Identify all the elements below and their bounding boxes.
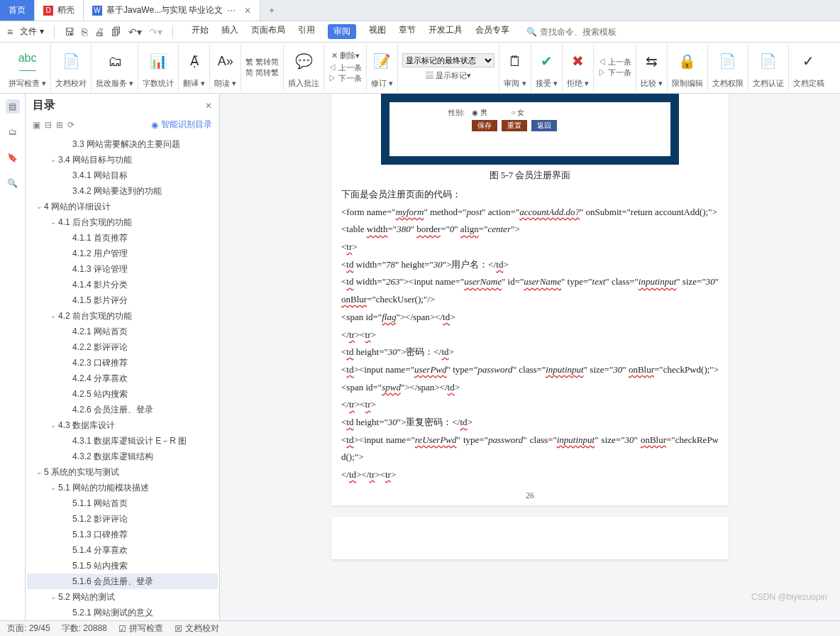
redo-icon[interactable]: ↷▾	[149, 26, 162, 38]
thumbnail-button[interactable]: 🗂	[6, 125, 20, 139]
translate-button[interactable]: Ạ̃翻译 ▾	[179, 44, 210, 92]
collapse-all-icon[interactable]: ▣	[33, 120, 40, 130]
proofread-toggle[interactable]: ☒ 文档校对	[175, 623, 219, 635]
revise-button[interactable]: 📝修订 ▾	[367, 44, 398, 92]
prev-comment-button[interactable]: ◁ 上一条	[328, 62, 362, 73]
save-icon[interactable]: 🖫	[65, 26, 74, 38]
export-icon[interactable]: ⎘	[82, 26, 87, 38]
print-icon[interactable]: 🖨	[94, 26, 104, 38]
outline-node[interactable]: 4.2.4 分享喜欢	[27, 371, 218, 386]
tab-document[interactable]: W 基于JavaWe...与实现 毕业论文 ⋯ ✕	[84, 0, 260, 21]
chevron-down-icon[interactable]: ⌄	[48, 309, 58, 322]
insertcomment-button[interactable]: 💬插入批注	[284, 44, 324, 92]
bookmark-button[interactable]: 🔖	[6, 150, 20, 165]
menu-tab-3[interactable]: 引用	[298, 24, 315, 39]
file-menu[interactable]: 文件 ▾	[20, 26, 43, 38]
add-icon[interactable]: ⊞	[56, 120, 63, 130]
outline-node[interactable]: 5.1.3 口碑推荐	[27, 527, 218, 542]
outline-node[interactable]: 4.3.1 数据库逻辑设计 E－R 图	[27, 433, 218, 449]
close-icon[interactable]: ✕	[244, 6, 251, 16]
outline-node[interactable]: 5.1.5 站内搜索	[27, 558, 218, 574]
wordcount-indicator[interactable]: 字数: 20888	[62, 623, 107, 635]
outline-node[interactable]: 4.2.3 口碑推荐	[27, 355, 218, 371]
hamburger-icon[interactable]: ≡	[7, 26, 13, 38]
wordcount-button[interactable]: 📊字数统计	[138, 44, 179, 92]
new-tab-button[interactable]: +	[260, 0, 282, 21]
chevron-down-icon[interactable]: ⌄	[48, 216, 58, 229]
prev-revision-button[interactable]: ◁ 上一条	[598, 57, 631, 67]
restrict-button[interactable]: 🔒限制编辑	[668, 44, 708, 92]
menu-tab-5[interactable]: 视图	[369, 24, 386, 39]
next-revision-button[interactable]: ▷ 下一条	[598, 67, 631, 78]
outline-node[interactable]: ⌄4.3 数据库设计	[27, 417, 218, 433]
outline-toggle-button[interactable]: ▤	[6, 99, 20, 114]
menu-tab-0[interactable]: 开始	[192, 24, 209, 39]
docauth-button[interactable]: 📄文档认证	[748, 44, 789, 92]
outline-node[interactable]: 3.4.1 网站目标	[27, 168, 218, 183]
chevron-down-icon[interactable]: ⌄	[34, 200, 44, 213]
page-indicator[interactable]: 页面: 29/45	[7, 623, 50, 635]
outline-node[interactable]: 3.4.2 网站要达到的功能	[27, 183, 218, 199]
page-scroll[interactable]: 性别:◉ 男○ 女 保存重置返回 图 5-7 会员注册界面 下面是会员注册页面的…	[220, 94, 840, 620]
menu-tab-2[interactable]: 页面布局	[251, 24, 285, 39]
chevron-down-icon[interactable]: ⌄	[48, 591, 58, 603]
chevron-down-icon[interactable]: ⌄	[48, 153, 58, 166]
outline-node[interactable]: 4.1.1 首页推荐	[27, 230, 218, 246]
chevron-down-icon[interactable]: ⌄	[34, 466, 44, 478]
outline-node[interactable]: 5.1.2 影评评论	[27, 511, 218, 527]
docperm-button[interactable]: 📄文档权限	[708, 44, 748, 92]
menu-tab-8[interactable]: 会员专享	[475, 24, 509, 39]
smart-outline-button[interactable]: ◉智能识别目录	[151, 119, 212, 131]
outline-node[interactable]: 5.1.6 会员注册、登录	[27, 574, 218, 589]
outline-node[interactable]: 4.2.6 会员注册、登录	[27, 402, 218, 417]
expand-icon[interactable]: ⊟	[45, 120, 52, 130]
tab-home[interactable]: 首页	[0, 0, 35, 21]
outline-node[interactable]: 4.1.4 影片分类	[27, 277, 218, 292]
outline-node[interactable]: ⌄4.1 后台实现的功能	[27, 214, 218, 230]
outline-node[interactable]: ⌄5 系统的实现与测试	[27, 464, 218, 480]
display-mode-select[interactable]: 显示标记的最终状态	[402, 53, 494, 67]
simptrad-button[interactable]: 繁 繁转简简 简转繁	[241, 44, 284, 92]
outline-node[interactable]: 5.1.1 网站首页	[27, 495, 218, 511]
outline-node[interactable]: ⌄4.2 前台实现的功能	[27, 308, 218, 324]
search-input[interactable]	[540, 27, 625, 37]
outline-node[interactable]: 4.2.5 站内搜索	[27, 386, 218, 402]
reviewpane-button[interactable]: 🗒审阅 ▾	[499, 44, 531, 92]
menu-tab-7[interactable]: 开发工具	[429, 24, 463, 39]
outline-node[interactable]: 4.2.2 影评评论	[27, 339, 218, 355]
doccorrect-button[interactable]: 📄文档校对	[51, 44, 92, 92]
outline-node[interactable]: ⌄5.1 网站的功能模块描述	[27, 480, 218, 495]
outline-node[interactable]: 5.1.4 分享喜欢	[27, 542, 218, 558]
chevron-down-icon[interactable]: ⌄	[48, 419, 58, 432]
undo-icon[interactable]: ↶▾	[128, 26, 142, 38]
outline-node[interactable]: 5.2.1 网站测试的意义	[27, 605, 218, 620]
reject-button[interactable]: ✖拒绝 ▾	[563, 44, 594, 92]
refresh-icon[interactable]: ⟳	[67, 120, 74, 130]
outline-node[interactable]: 4.3.2 数据库逻辑结构	[27, 449, 218, 464]
outline-node[interactable]: 4.1.3 评论管理	[27, 261, 218, 277]
print-preview-icon[interactable]: 🗐	[111, 26, 121, 38]
read-button[interactable]: A»朗读 ▾	[210, 44, 241, 92]
find-button[interactable]: 🔍	[6, 176, 20, 190]
outline-node[interactable]: ⌄4 网站的详细设计	[27, 199, 218, 214]
command-search[interactable]: 🔍	[526, 27, 625, 37]
outline-node[interactable]: 3.3 网站需要解决的主要问题	[27, 136, 218, 152]
outline-node[interactable]: 4.2.1 网站首页	[27, 324, 218, 339]
outline-node[interactable]: ⌄5.2 网站的测试	[27, 589, 218, 605]
outline-node[interactable]: ⌄3.4 网站目标与功能	[27, 152, 218, 168]
outline-node[interactable]: 4.1.2 用户管理	[27, 246, 218, 261]
compare-button[interactable]: ⇆比较 ▾	[636, 44, 668, 92]
batch-button[interactable]: 🗂批改服务 ▾	[92, 44, 138, 92]
spellcheck-button[interactable]: abc拼写检查 ▾	[4, 44, 51, 92]
tab-daoke[interactable]: D 稻壳	[35, 0, 84, 21]
menu-tab-1[interactable]: 插入	[221, 24, 238, 39]
menu-tab-4[interactable]: 审阅	[328, 24, 356, 39]
outline-close-button[interactable]: ✕	[205, 101, 212, 111]
menu-tab-6[interactable]: 章节	[399, 24, 416, 39]
tab-menu-icon[interactable]: ⋯	[227, 6, 236, 16]
delete-comment-button[interactable]: ✕ 删除▾	[331, 50, 360, 61]
showmark-button[interactable]: ▤ 显示标记▾	[426, 70, 471, 81]
next-comment-button[interactable]: ▷ 下一条	[328, 73, 362, 84]
docfinal-button[interactable]: ✓文档定稿	[789, 44, 829, 92]
chevron-down-icon[interactable]: ⌄	[48, 481, 58, 494]
